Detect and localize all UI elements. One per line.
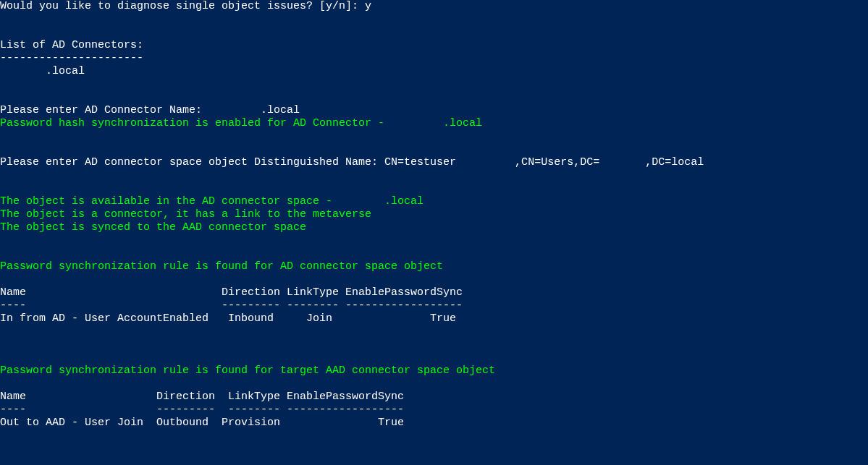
rule2-columns: Name Direction LinkType EnablePasswordSy… xyxy=(0,391,404,403)
object-status-line1: The object is available in the AD connec… xyxy=(0,195,424,208)
phs-enabled-status: Password hash synchronization is enabled… xyxy=(0,117,482,129)
connectors-header: List of AD Connectors: xyxy=(0,39,143,51)
terminal-output: Would you like to diagnose single object… xyxy=(0,0,868,465)
rule2-row: Out to AAD - User Join Outbound Provisio… xyxy=(0,417,404,429)
rule1-header: Password synchronization rule is found f… xyxy=(0,260,443,273)
connector-prompt-label: Please enter AD Connector Name: xyxy=(0,104,261,116)
connector-item-prefix xyxy=(0,65,46,77)
rule2-header: Password synchronization rule is found f… xyxy=(0,364,495,377)
object-status-line3: The object is synced to the AAD connecto… xyxy=(0,221,306,234)
rule2-separator: ---- --------- -------- ----------------… xyxy=(0,404,404,416)
connector-prompt-value[interactable]: .local xyxy=(261,104,300,116)
rule1-separator: ---- --------- -------- ----------------… xyxy=(0,299,463,312)
dn-prompt-label: Please enter AD connector space object D… xyxy=(0,156,384,168)
prompt-answer[interactable]: y xyxy=(365,0,371,12)
rule1-columns: Name Direction LinkType EnablePasswordSy… xyxy=(0,286,463,299)
connector-item: .local xyxy=(46,65,85,77)
connectors-underline: ---------------------- xyxy=(0,52,143,64)
dn-prompt-value[interactable]: CN=testuser ,CN=Users,DC= ,DC=local xyxy=(384,156,704,168)
prompt-question: Would you like to diagnose single object… xyxy=(0,0,365,12)
object-status-line2: The object is a connector, it has a link… xyxy=(0,208,371,221)
rule1-row: In from AD - User AccountEnabled Inbound… xyxy=(0,312,456,325)
